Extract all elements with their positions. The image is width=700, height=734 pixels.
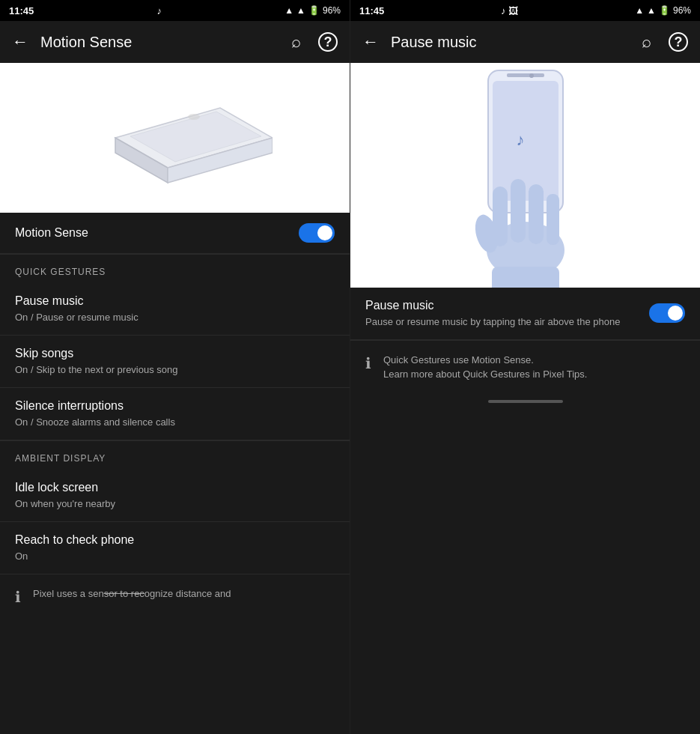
reach-to-check-subtitle: On	[15, 550, 335, 563]
wifi-icon-left: ▲	[284, 5, 293, 16]
battery-percent-right: 96%	[673, 5, 691, 16]
status-icons-left: ▲ ▲ 🔋 96%	[284, 5, 341, 16]
hand-phone-illustration-area: ♪	[350, 63, 700, 288]
settings-list-right: Pause music Pause or resume music by tap…	[350, 288, 700, 734]
status-icons-right: ▲ ▲ 🔋 96%	[635, 5, 691, 16]
settings-list-left: Motion Sense QUICK GESTURES Pause music …	[0, 213, 350, 734]
gallery-icon-right: 🖼	[508, 5, 518, 16]
wifi-icon-right: ▲	[635, 5, 644, 16]
footer-text-prefix: Pixel uses a sen	[33, 588, 104, 599]
battery-icon-left: 🔋	[308, 5, 320, 16]
left-panel: 11:45 ♪ ▲ ▲ 🔋 96% ← Motion Sense ⌕ ?	[0, 0, 350, 734]
idle-lock-subtitle: On when you're nearby	[15, 497, 335, 511]
footer-text-suffix: ognize distance and	[144, 588, 231, 599]
svg-rect-16	[492, 267, 559, 288]
info-text-line1: Quick Gestures use Motion Sense.	[383, 353, 587, 368]
skip-songs-row[interactable]: Skip songs On / Skip to the next or prev…	[0, 336, 350, 388]
skip-songs-title: Skip songs	[15, 346, 335, 362]
help-button-right[interactable]: ?	[669, 32, 688, 52]
spotify-icon-left: ♪	[156, 5, 162, 16]
top-bar-left: ← Motion Sense ⌕ ?	[0, 21, 350, 63]
pause-music-subtitle: On / Pause or resume music	[15, 311, 335, 324]
signal-icon-left: ▲	[296, 5, 305, 16]
silence-interruptions-row[interactable]: Silence interruptions On / Snooze alarms…	[0, 388, 350, 440]
right-panel: 11:45 ♪ 🖼 ▲ ▲ 🔋 96% ← Pause music ⌕ ? ♪	[350, 0, 700, 734]
pause-music-title: Pause music	[15, 294, 335, 309]
pause-music-row[interactable]: Pause music On / Pause or resume music	[0, 283, 350, 336]
search-button-left[interactable]: ⌕	[285, 32, 306, 52]
reach-to-check-title: Reach to check phone	[15, 533, 335, 548]
svg-point-4	[188, 114, 200, 120]
svg-rect-8	[507, 73, 544, 77]
idle-lock-screen-row[interactable]: Idle lock screen On when you're nearby	[0, 470, 350, 522]
battery-icon-right: 🔋	[659, 5, 670, 16]
info-icon-left: ℹ	[15, 588, 21, 606]
back-button-left[interactable]: ←	[12, 32, 28, 52]
footer-info-text: Pixel uses a sensor to recognize distanc…	[33, 586, 231, 601]
section-quick-gestures: QUICK GESTURES	[0, 255, 350, 283]
status-center-right: ♪ 🖼	[501, 5, 519, 16]
skip-songs-subtitle: On / Skip to the next or previous song	[15, 363, 335, 377]
toggle-thumb-right	[668, 306, 683, 321]
status-center-left: ♪	[156, 5, 162, 16]
phone-illustration-area	[0, 63, 350, 213]
info-icon-right: ℹ	[365, 354, 371, 372]
toggle-thumb	[317, 225, 332, 240]
motion-sense-toggle-row[interactable]: Motion Sense	[0, 213, 350, 254]
info-text-line2: Learn more about Quick Gestures in Pixel…	[383, 367, 587, 382]
top-bar-right: ← Pause music ⌕ ?	[350, 21, 700, 63]
page-title-right: Pause music	[391, 34, 624, 51]
hand-phone-svg: ♪	[421, 63, 630, 288]
status-time-right: 11:45	[359, 5, 384, 16]
reach-to-check-row[interactable]: Reach to check phone On	[0, 522, 350, 574]
svg-point-9	[529, 73, 534, 78]
silence-interruptions-title: Silence interruptions	[15, 398, 335, 414]
svg-rect-13	[511, 179, 526, 243]
pause-music-toggle-row[interactable]: Pause music Pause or resume music by tap…	[350, 288, 700, 340]
back-button-right[interactable]: ←	[362, 32, 379, 52]
bottom-area-right	[350, 394, 700, 418]
pause-music-right-subtitle: Pause or resume music by tapping the air…	[365, 315, 649, 329]
svg-rect-15	[547, 194, 559, 245]
footer-info-row: ℹ Pixel uses a sensor to recognize dista…	[0, 574, 350, 618]
pause-music-right-title: Pause music	[365, 298, 649, 314]
section-ambient-display: AMBIENT DISPLAY	[0, 441, 350, 470]
silence-interruptions-subtitle: On / Snooze alarms and silence calls	[15, 416, 335, 429]
svg-text:♪: ♪	[516, 130, 524, 149]
motion-sense-label: Motion Sense	[15, 225, 299, 241]
help-button-left[interactable]: ?	[318, 32, 338, 52]
status-bar-right: 11:45 ♪ 🖼 ▲ ▲ 🔋 96%	[350, 0, 700, 21]
svg-rect-14	[529, 184, 544, 244]
svg-rect-6	[493, 81, 559, 201]
footer-text-strike: sor to rec	[104, 588, 144, 599]
pause-music-toggle[interactable]	[649, 303, 685, 323]
svg-rect-12	[493, 186, 508, 246]
search-button-right[interactable]: ⌕	[636, 32, 657, 52]
battery-percent-left: 96%	[323, 5, 341, 16]
info-text-right: Quick Gestures use Motion Sense. Learn m…	[383, 353, 587, 382]
phone-3d-svg	[78, 78, 273, 198]
info-row-right: ℹ Quick Gestures use Motion Sense. Learn…	[350, 341, 700, 394]
idle-lock-title: Idle lock screen	[15, 480, 335, 496]
status-time-left: 11:45	[9, 5, 34, 16]
status-bar-left: 11:45 ♪ ▲ ▲ 🔋 96%	[0, 0, 350, 21]
spotify-icon-right: ♪	[501, 5, 506, 16]
motion-sense-toggle[interactable]	[299, 223, 335, 243]
bottom-nav-bar	[488, 400, 563, 403]
page-title-left: Motion Sense	[40, 34, 273, 51]
signal-icon-right: ▲	[647, 5, 656, 16]
